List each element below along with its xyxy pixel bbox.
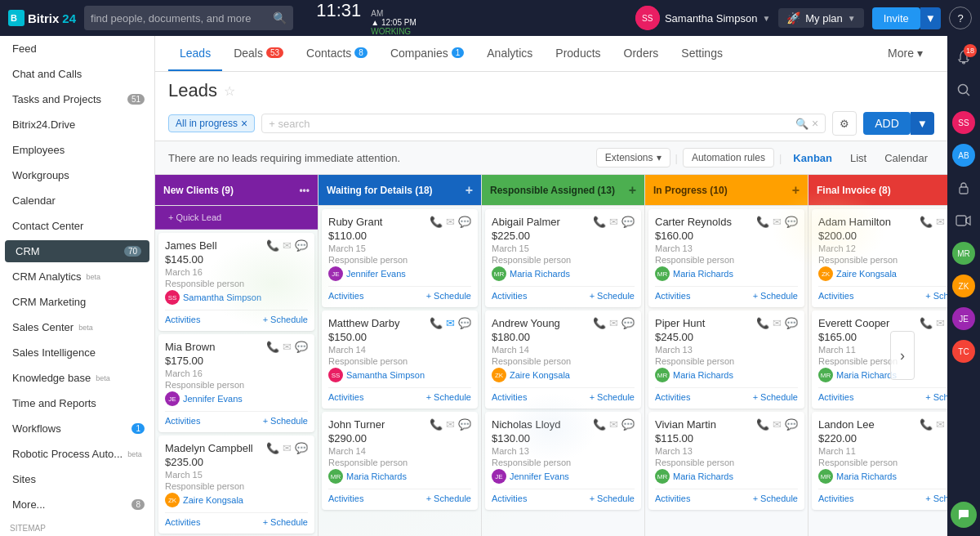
responsible-name-carter[interactable]: Maria Richards [673,269,733,279]
lead-card-james-bell[interactable]: James Bell 📞 ✉ 💬 $145.00 March 16 Respon… [158,233,314,331]
activities-everett[interactable]: Activities [818,392,853,402]
filter-tag-remove[interactable]: × [241,118,247,129]
filter-clear-icon[interactable]: × [812,117,818,130]
lead-card-mia-brown[interactable]: Mia Brown 📞 ✉ 💬 $175.00 March 16 Respons… [158,334,314,432]
activities-vivian[interactable]: Activities [655,494,690,503]
schedule-james[interactable]: + Schedule [263,315,308,324]
right-avatar-6[interactable]: TC [949,337,978,366]
kanban-view-btn[interactable]: Kanban [786,149,839,168]
activities-nicholas[interactable]: Activities [492,494,527,503]
right-search-btn[interactable] [949,75,978,105]
phone-icon-matthew[interactable]: 📞 [430,317,443,329]
chat-icon-piper[interactable]: 💬 [785,317,798,329]
right-notifications-btn[interactable]: 18 [949,42,978,72]
my-plan-btn[interactable]: 🚀 My plan ▼ [778,8,863,28]
phone-icon-vivian[interactable]: 📞 [756,418,769,431]
phone-icon-abigail[interactable]: 📞 [593,216,606,228]
sidebar-item-calendar[interactable]: Calendar [0,188,154,213]
lead-card-andrew-young[interactable]: Andrew Young 📞 ✉ 💬 $180.00 March 14 Resp… [485,310,641,409]
phone-icon-john[interactable]: 📞 [430,418,443,431]
help-button[interactable]: ? [949,7,972,29]
phone-icon-carter[interactable]: 📞 [756,216,769,228]
schedule-everett[interactable]: + Sche... [925,392,947,402]
lead-card-matthew-darby[interactable]: Matthew Darby 📞 ✉ 💬 $150.00 March 14 Res… [322,310,478,409]
tab-leads[interactable]: Leads [168,37,222,71]
add-lead-dropdown-btn[interactable]: ▼ [911,112,934,135]
invite-dropdown-btn[interactable]: ▼ [920,7,941,29]
right-avatar-4[interactable]: ZK [949,271,978,301]
lead-card-nicholas-lloyd[interactable]: Nicholas Lloyd 📞 ✉ 💬 $130.00 March 13 Re… [485,412,641,510]
sidebar-item-employees[interactable]: Employees [0,137,154,163]
leads-favorite-icon[interactable]: ☆ [224,83,235,99]
chat-icon-ruby[interactable]: 💬 [458,216,471,228]
extensions-btn[interactable]: Extensions ▾ [596,148,670,168]
chat-icon-matthew[interactable]: 💬 [458,317,471,329]
phone-icon-piper[interactable]: 📞 [756,317,769,329]
tab-deals[interactable]: Deals 53 [222,37,295,71]
email-icon-matthew[interactable]: ✉ [446,317,455,329]
email-icon[interactable]: ✉ [283,239,292,252]
kanban-next-btn[interactable]: › [890,331,915,380]
phone-icon-adam[interactable]: 📞 [920,216,933,228]
email-icon-vivian[interactable]: ✉ [773,418,782,431]
sidebar-item-feed[interactable]: Feed [0,36,154,61]
tab-contacts[interactable]: Contacts 8 [295,37,379,71]
sidebar-item-contact-center[interactable]: Contact Center [0,213,154,239]
activities-abigail[interactable]: Activities [492,291,527,301]
sidebar-item-sites[interactable]: Sites [0,467,154,492]
sidebar-item-more[interactable]: More... 8 [0,492,154,517]
responsible-name-john[interactable]: Maria Richards [346,471,407,481]
responsible-name-nicholas[interactable]: Jennifer Evans [510,471,569,481]
activities-adam[interactable]: Activities [818,291,853,301]
sidebar-item-drive[interactable]: Bitrix24.Drive [0,112,154,137]
lead-card-madelyn-campbell[interactable]: Madelyn Campbell 📞 ✉ 💬 $235.00 March 15 … [158,436,314,534]
phone-icon-everett[interactable]: 📞 [920,317,933,329]
responsible-name-matthew[interactable]: Samantha Simpson [346,370,425,380]
calendar-view-btn[interactable]: Calendar [878,149,934,168]
right-avatar-3[interactable]: MR [949,239,978,268]
schedule-nicholas[interactable]: + Schedule [590,494,635,503]
filter-search-icon[interactable]: 🔍 [795,118,808,130]
col-in-progress-add-btn[interactable]: + [792,183,800,198]
lead-card-john-turner[interactable]: John Turner 📞 ✉ 💬 $290.00 March 14 Respo… [322,412,478,510]
tab-orders[interactable]: Orders [612,37,670,71]
chat-icon-nicholas[interactable]: 💬 [621,418,635,431]
schedule-adam[interactable]: + Sche... [925,291,947,301]
chat-icon-madelyn[interactable]: 💬 [295,442,308,454]
schedule-ruby[interactable]: + Schedule [426,291,471,301]
sidebar-item-workflows[interactable]: Workflows 1 [0,416,154,441]
search-bar[interactable]: 🔍 [84,6,293,30]
activities-john[interactable]: Activities [328,494,363,503]
email-icon-abigail[interactable]: ✉ [609,216,618,228]
phone-icon-mia[interactable]: 📞 [266,341,279,353]
schedule-matthew[interactable]: + Schedule [426,392,471,402]
invite-button[interactable]: Invite [872,7,920,29]
chat-icon-abigail[interactable]: 💬 [621,216,635,228]
responsible-name-ruby[interactable]: Jennifer Evans [346,269,406,279]
sidebar-item-crm[interactable]: CRM 70 [5,240,149,262]
email-icon-john[interactable]: ✉ [446,418,455,431]
sidebar-item-sales-intelligence[interactable]: Sales Intelligence [0,340,154,365]
sidebar-item-crm-analytics[interactable]: CRM Analytics beta [0,264,154,289]
responsible-name-andrew[interactable]: Zaire Kongsala [510,370,570,380]
lead-card-abigail-palmer[interactable]: Abigail Palmer 📞 ✉ 💬 $225.00 March 15 Re… [485,209,641,307]
search-icon[interactable]: 🔍 [273,11,287,25]
sidebar-item-workgroups[interactable]: Workgroups [0,163,154,188]
right-avatar-1[interactable]: SS [949,108,978,137]
tab-settings[interactable]: Settings [670,37,734,71]
phone-icon-madelyn[interactable]: 📞 [266,442,279,454]
chat-icon-andrew[interactable]: 💬 [621,317,635,329]
schedule-madelyn[interactable]: + Schedule [263,517,308,527]
email-icon-andrew[interactable]: ✉ [609,317,618,329]
activities-ruby[interactable]: Activities [328,291,363,301]
activities-matthew[interactable]: Activities [328,392,363,402]
email-icon-landon[interactable]: ✉ [936,418,945,431]
activities-madelyn[interactable]: Activities [165,517,200,527]
filter-settings-btn[interactable]: ⚙ [832,111,857,136]
filter-search-bar[interactable]: 🔍 × [261,114,826,133]
right-avatar-5[interactable]: JE [949,304,978,333]
right-avatar-2[interactable]: AB [949,141,978,170]
email-icon-mia[interactable]: ✉ [283,341,292,353]
chat-icon[interactable]: 💬 [295,239,308,252]
activities-mia[interactable]: Activities [165,416,200,426]
